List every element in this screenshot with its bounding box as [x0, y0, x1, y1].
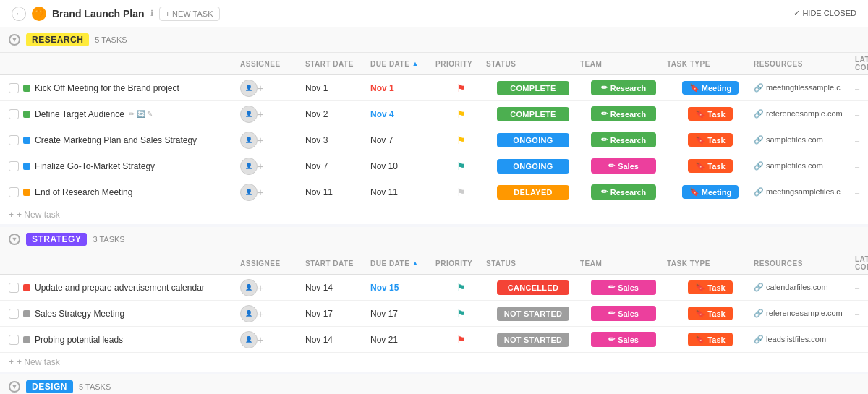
- col-due-date[interactable]: DUE DATE▲: [370, 260, 435, 267]
- task-type-badge: 🔖 Task: [688, 159, 732, 173]
- status-cell[interactable]: CANCELLED: [486, 280, 580, 295]
- task-name: Define Target Audience: [35, 109, 124, 119]
- status-cell[interactable]: DELAYED: [486, 185, 580, 200]
- task-name-cell: Update and prepare advertisement calenda…: [9, 283, 240, 293]
- status-cell[interactable]: ONGOING: [486, 159, 580, 174]
- task-checkbox[interactable]: [9, 309, 19, 319]
- status-badge: NOT STARTED: [497, 307, 570, 321]
- priority-flag: ⚑: [456, 160, 466, 172]
- task-name-cell: Probing potential leads: [9, 335, 240, 345]
- new-task-label: + New task: [17, 210, 60, 220]
- strategy-col-headers: ASSIGNEE START DATE DUE DATE▲ PRIORITY S…: [0, 252, 868, 275]
- table-row: Kick Off Meeting for the Brand project 👤…: [0, 75, 868, 101]
- design-section-header: ▼ DESIGN 5 TASKS: [0, 374, 868, 394]
- info-icon[interactable]: ℹ: [150, 9, 153, 18]
- col-due-date[interactable]: DUE DATE ▲: [370, 60, 435, 68]
- priority-cell: ⚑: [435, 334, 486, 346]
- start-date: Nov 11: [305, 187, 370, 197]
- task-checkbox[interactable]: [9, 187, 19, 197]
- team-cell: ✏ Research: [580, 184, 667, 200]
- add-assignee-icon[interactable]: +: [258, 334, 263, 346]
- team-badge: ✏ Research: [591, 132, 656, 147]
- col-task-type: TASK TYPE: [667, 60, 754, 68]
- design-section-name: DESIGN: [26, 380, 73, 393]
- table-row: Probing potential leads 👤 + Nov 14 Nov 2…: [0, 327, 868, 353]
- add-assignee-icon[interactable]: +: [258, 160, 263, 172]
- research-section-name: RESEARCH: [26, 33, 89, 46]
- task-type-cell: 🔖 Meeting: [667, 185, 754, 199]
- avatar: 👤: [240, 80, 258, 97]
- priority-flag: ⚑: [456, 334, 466, 346]
- research-new-task[interactable]: + + New task: [0, 205, 868, 224]
- new-task-header-button[interactable]: + NEW TASK: [159, 7, 220, 21]
- status-cell[interactable]: NOT STARTED: [486, 307, 580, 321]
- research-col-headers: ASSIGNEE START DATE DUE DATE ▲ PRIORITY …: [0, 53, 868, 75]
- team-cell: ✏ Sales: [580, 332, 667, 347]
- task-type-cell: 🔖 Task: [667, 107, 754, 121]
- priority-cell: ⚑: [435, 187, 486, 198]
- start-date: Nov 2: [305, 109, 370, 119]
- task-color-indicator: [23, 163, 30, 170]
- task-checkbox[interactable]: [9, 161, 19, 171]
- col-start-date: START DATE: [305, 60, 370, 68]
- add-assignee-icon[interactable]: +: [258, 108, 263, 120]
- comment-dash: –: [855, 309, 859, 318]
- new-task-label: + New task: [17, 357, 60, 367]
- add-assignee-icon[interactable]: +: [258, 308, 263, 320]
- strategy-task-count: 3 TASKS: [93, 235, 124, 244]
- task-type-cell: 🔖 Task: [667, 133, 754, 147]
- add-assignee-icon[interactable]: +: [258, 187, 263, 198]
- col-latest-comment: LATEST COMMENT: [855, 56, 868, 72]
- priority-flag: ⚑: [456, 187, 466, 198]
- edit-icon[interactable]: ✏ 🔄 ✎: [129, 110, 153, 118]
- status-cell[interactable]: COMPLETE: [486, 81, 580, 95]
- task-checkbox[interactable]: [9, 109, 19, 119]
- add-assignee-icon[interactable]: +: [258, 282, 263, 294]
- start-date: Nov 7: [305, 161, 370, 171]
- task-type-cell: 🔖 Task: [667, 280, 754, 294]
- add-assignee-icon[interactable]: +: [258, 134, 263, 146]
- col-team: TEAM: [580, 60, 667, 68]
- strategy-toggle[interactable]: ▼: [9, 234, 20, 245]
- task-checkbox[interactable]: [9, 83, 19, 93]
- priority-flag: ⚑: [456, 282, 466, 294]
- col-assignee: ASSIGNEE: [240, 260, 305, 267]
- due-date: Nov 4: [370, 109, 435, 119]
- back-button[interactable]: ←: [12, 7, 26, 21]
- task-name: Finalize Go-To-Market Strategy: [35, 161, 155, 171]
- app-container: ← 🧡 Brand Launch Plan ℹ + NEW TASK ✓ HID…: [0, 0, 868, 394]
- task-name: Sales Strategy Meeting: [35, 309, 124, 319]
- hide-closed-button[interactable]: ✓ HIDE CLOSED: [793, 9, 856, 18]
- status-badge: ONGOING: [497, 159, 569, 174]
- add-assignee-icon[interactable]: +: [258, 82, 263, 94]
- resources-cell: 🔗meetingfilessample.c: [754, 83, 855, 93]
- research-toggle[interactable]: ▼: [9, 34, 20, 46]
- col-start-date: START DATE: [305, 260, 370, 267]
- resources-cell: 🔗samplefiles.com: [754, 161, 855, 171]
- status-cell[interactable]: ONGOING: [486, 133, 580, 147]
- team-badge: ✏ Sales: [591, 332, 656, 347]
- col-team: TEAM: [580, 260, 667, 267]
- assignee-cell: 👤 +: [240, 331, 305, 348]
- team-cell: ✏ Research: [580, 106, 667, 121]
- status-cell[interactable]: COMPLETE: [486, 107, 580, 121]
- assignee-cell: 👤 +: [240, 132, 305, 149]
- app-logo: 🧡: [32, 7, 46, 21]
- resources-cell: 🔗samplefiles.com: [754, 135, 855, 145]
- task-color-indicator: [23, 284, 30, 291]
- status-cell[interactable]: NOT STARTED: [486, 333, 580, 347]
- col-status: STATUS: [486, 260, 580, 267]
- due-date: Nov 15: [370, 283, 435, 293]
- task-checkbox[interactable]: [9, 335, 19, 345]
- resources-cell: 🔗leadslistfiles.com: [754, 335, 855, 344]
- priority-cell: ⚑: [435, 308, 486, 320]
- strategy-new-task[interactable]: + + New task: [0, 353, 868, 372]
- task-checkbox[interactable]: [9, 135, 19, 145]
- assignee-cell: 👤 +: [240, 184, 305, 201]
- task-checkbox[interactable]: [9, 283, 19, 293]
- design-toggle[interactable]: ▼: [9, 381, 20, 393]
- task-type-badge: 🔖 Task: [688, 280, 732, 294]
- task-type-badge: 🔖 Meeting: [682, 81, 739, 95]
- status-badge: CANCELLED: [497, 280, 569, 295]
- team-badge: ✏ Research: [591, 80, 656, 95]
